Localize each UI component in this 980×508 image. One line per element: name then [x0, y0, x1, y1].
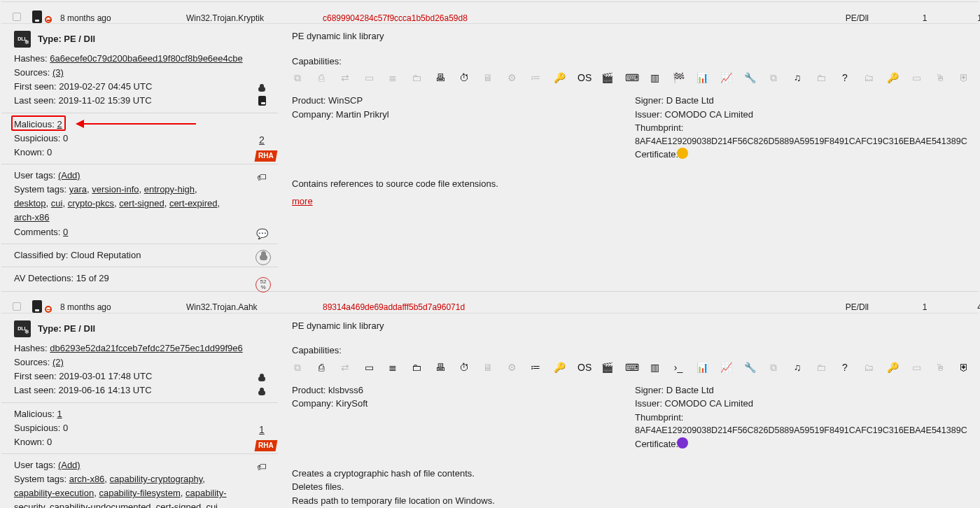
threat-name[interactable]: Win32.Trojan.Kryptik: [186, 13, 323, 23]
capability-icon: 🏁: [673, 71, 684, 85]
cloud-circle-icon: [255, 250, 271, 265]
system-tags: System tags: arch-x86, capability-crypto…: [14, 472, 252, 508]
threat-name[interactable]: Win32.Trojan.Aahk: [186, 302, 323, 312]
threat-icon: [45, 16, 52, 23]
capability-icon: ≣: [387, 71, 398, 85]
first-seen: First seen: 2019-03-01 17:48 UTC: [14, 369, 268, 383]
hash-link[interactable]: 6a6ecefe0c79d200ba6eed19f80cf8b9e6ee4cbe: [50, 53, 242, 64]
thumbprint: 8AF4AE129209038D214F56C826D5889A59519F84…: [635, 424, 969, 437]
capability-icon: 🖥: [482, 360, 493, 375]
hashes-line: Hashes: 6a6ecefe0c79d200ba6eed19f80cf8b9…: [14, 52, 268, 66]
company: Company: Martin Prikryl: [292, 108, 635, 122]
capability-icon: ≔: [530, 360, 541, 375]
capability-icon: 🎬: [601, 360, 612, 375]
dll-icon: [14, 320, 31, 337]
system-tag[interactable]: crypto-pkcs: [68, 198, 114, 209]
system-tag[interactable]: capability-execution: [14, 488, 94, 498]
system-tag[interactable]: cert-signed: [156, 502, 201, 508]
capability-icons: ⧉⎙⇄▭≣🗀🖶⏱🖥⚙≔🔑OS🎬⌨▥🏁📊📈🔧⧉♫🗀?🗂🔑▭🖱⛨: [292, 68, 969, 90]
capability-icon: 🔑: [554, 360, 565, 375]
capability-icon: ▥: [649, 71, 660, 85]
capability-icon: 🗀: [816, 360, 827, 375]
system-tag[interactable]: desktop: [14, 198, 46, 209]
add-tag-link[interactable]: (Add): [58, 170, 80, 181]
row-header: 8 months ago Win32.Trojan.Aahk 89314a469…: [1, 292, 979, 313]
malicious-link[interactable]: 1: [57, 409, 62, 419]
age: 8 months ago: [60, 302, 186, 312]
system-tag[interactable]: capability-undocumented: [50, 502, 151, 508]
capability-icon: 🖥: [482, 71, 493, 85]
system-tag[interactable]: capability-filesystem: [99, 488, 180, 498]
capability-icon: 📊: [696, 360, 708, 375]
system-tag[interactable]: entropy-high: [144, 184, 195, 195]
certificate: Certificate:: [635, 148, 969, 162]
system-tag[interactable]: cert-signed: [119, 198, 164, 209]
capability-icon: 📈: [720, 71, 732, 85]
type-label: Type: PE / Dll: [38, 32, 95, 46]
classified-by: Classified by: Cloud Reputation: [14, 248, 268, 262]
capability-icon: ⌨: [625, 360, 636, 375]
filesize: 110.2 KB: [953, 13, 980, 23]
capability-icon: ♫: [792, 71, 803, 85]
capability-icon: ⇄: [340, 360, 351, 375]
hash-link[interactable]: db6293e52da21fcceb7efdc275e75ec1dd99f9e6: [50, 343, 242, 353]
behavior-line: Reads path to temporary file location on…: [292, 494, 969, 508]
known-line: Known: 0: [14, 435, 268, 449]
capability-icon: ≔: [530, 71, 541, 85]
sources-link[interactable]: (3): [52, 67, 64, 78]
malicious-link[interactable]: 2: [57, 119, 62, 129]
capability-icon: ?: [839, 71, 850, 85]
capability-icon: ⛨: [958, 360, 969, 375]
add-tag-link[interactable]: (Add): [58, 460, 80, 470]
right-panel: PE dynamic link library Capabilities: ⧉⎙…: [278, 24, 980, 291]
sample-hash[interactable]: c6899904284c57f9ccca1b5bd26a59d8: [323, 13, 743, 23]
score-ring-icon: 52%: [255, 277, 271, 292]
certificate: Certificate:: [635, 437, 969, 451]
cloud-icon: [255, 385, 268, 400]
system-tag[interactable]: arch-x86: [69, 474, 105, 484]
sources-line: Sources: (3): [14, 66, 268, 80]
capability-icon: 🖱: [934, 71, 946, 85]
behavior-line: Creates a cryptographic hash of file con…: [292, 467, 969, 481]
capability-icon: 📈: [720, 360, 732, 375]
system-tag[interactable]: cui: [51, 198, 63, 209]
row-body: Type: PE / Dll Hashes: db6293e52da21fcce…: [1, 313, 979, 508]
capability-icon: 🖶: [435, 71, 446, 85]
capability-icon: 📊: [696, 71, 708, 85]
disk-icon: [32, 10, 42, 23]
sources-link[interactable]: (2): [52, 357, 64, 367]
tag-icon[interactable]: 🏷: [255, 170, 268, 185]
behavior-line: Deletes files.: [292, 480, 969, 494]
user-tags: User tags: (Add)🏷: [14, 458, 268, 472]
suspicious-line: Suspicious: 0 1 RHA: [14, 421, 268, 435]
last-seen: Last seen: 2019-06-16 14:13 UTC: [14, 383, 268, 397]
sample-hash[interactable]: 89314a469de69addafff5b5d7a96071d: [323, 302, 743, 312]
system-tag[interactable]: capability-cryptography: [110, 474, 203, 484]
system-tag[interactable]: version-info: [92, 184, 139, 195]
system-tag[interactable]: cui: [206, 502, 218, 508]
behaviors: Contains references to source code file …: [292, 177, 969, 191]
first-seen: First seen: 2019-02-27 04:45 UTC: [14, 80, 268, 94]
system-tag[interactable]: cert-expired: [169, 198, 218, 209]
comments-link[interactable]: 0: [63, 227, 68, 237]
capability-icon: ?: [839, 360, 850, 375]
capability-icon: ⧉: [768, 71, 779, 85]
capability-icon: 🗀: [411, 360, 422, 375]
checkbox[interactable]: [13, 302, 21, 311]
capability-icon: ≣: [387, 360, 398, 375]
tag-icon[interactable]: 🏷: [255, 460, 268, 475]
caps-label: Capabilities:: [292, 55, 969, 69]
cert-verified-icon: [678, 439, 687, 447]
capability-icons: ⧉⎙⇄▭≣🗀🖶⏱🖥⚙≔🔑OS🎬⌨▥›_📊📈🔧⧉♫🗀?🗂🔑▭🖱⛨: [292, 358, 969, 379]
system-tag[interactable]: yara: [69, 184, 87, 195]
capability-icon: 🗀: [816, 71, 827, 85]
annotation-arrow-icon: [84, 123, 196, 125]
format-desc: PE dynamic link library: [292, 319, 969, 333]
checkbox[interactable]: [13, 13, 21, 21]
comment-icon[interactable]: 💬: [255, 227, 268, 242]
capability-icon: 🔑: [554, 71, 565, 85]
filetype: PE/Dll: [743, 13, 897, 23]
thumb-label: Thumbprint:: [635, 411, 969, 425]
more-link[interactable]: more: [292, 196, 313, 206]
system-tag[interactable]: arch-x86: [14, 212, 50, 223]
